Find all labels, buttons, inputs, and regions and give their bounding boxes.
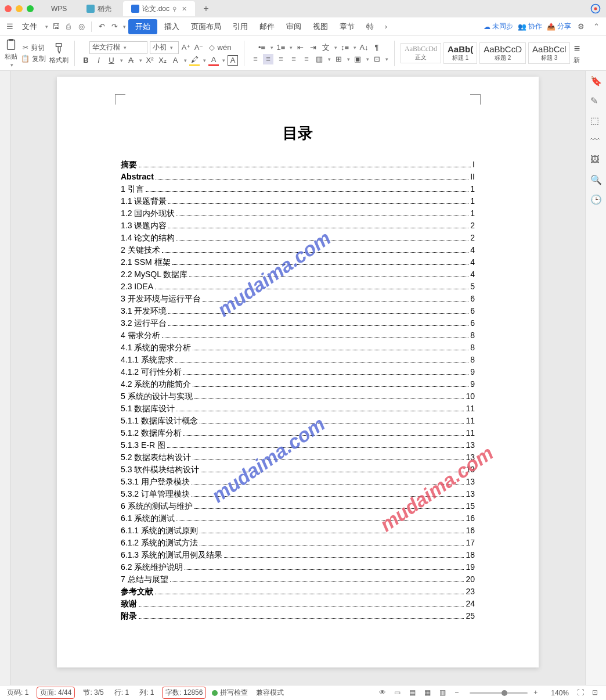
font-name-select[interactable]: 华文行楷▾ [89,41,147,54]
strikethrough-icon[interactable]: A̶ [125,55,136,66]
collab-button[interactable]: 👥 协作 [518,21,542,31]
toc-entry[interactable]: 1.2 国内外现状1 [121,207,475,220]
toc-entry[interactable]: 4 需求分析8 [121,329,475,342]
toc-entry[interactable]: 4.1.1 系统需求8 [121,354,475,366]
sort-icon[interactable]: A↓ [359,42,369,53]
hamburger-icon[interactable]: ☰ [5,21,15,32]
toc-entry[interactable]: 6.2 系统维护说明19 [121,561,475,573]
grow-font-icon[interactable]: A⁺ [181,42,192,53]
eye-icon[interactable]: 👁 [379,688,388,698]
menu-start[interactable]: 开始 [128,19,157,34]
columns-icon[interactable]: ▥ [314,54,324,64]
toc-entry[interactable]: 5.3.2 订单管理模块13 [121,488,475,500]
menu-view[interactable]: 视图 [308,19,333,34]
toc-entry[interactable]: 6.1.2 系统的测试方法17 [121,537,475,549]
tab-daoke[interactable]: 稻壳 [78,1,120,16]
toc-entry[interactable]: 4.1.2 可行性分析9 [121,366,475,378]
sync-status[interactable]: ☁ 未同步 [484,21,513,31]
maximize-window-icon[interactable] [27,5,34,12]
toc-entry[interactable]: 5.1 数据库设计11 [121,403,475,415]
status-compat-mode[interactable]: 兼容模式 [254,687,286,699]
toc-entry[interactable]: 1 引言1 [121,183,475,195]
wps-logo-icon[interactable] [590,3,601,15]
toc-entry[interactable]: 4.2 系统的功能简介9 [121,378,475,390]
copy-button[interactable]: 📋 复制 [21,54,46,64]
status-page[interactable]: 页面: 4/44 [37,687,75,699]
underline-icon[interactable]: U [106,55,117,66]
toc-entry[interactable]: 摘要I [121,159,475,171]
align-left-icon[interactable]: ≡ [250,54,261,64]
increase-indent-icon[interactable]: ⇥ [308,42,318,53]
toc-entry[interactable]: 5.1.1 数据库设计概念11 [121,415,475,427]
status-section[interactable]: 节: 3/5 [81,687,106,699]
subscript-icon[interactable]: X₂ [157,55,168,66]
toc-entry[interactable]: 3.1 开发环境6 [121,305,475,317]
toc-entry[interactable]: 5.3 软件模块结构设计13 [121,464,475,476]
document-scroll[interactable]: 目录 摘要IAbstractII1 引言11.1 课题背景11.2 国内外现状1… [10,71,585,685]
show-marks-icon[interactable]: ¶ [371,42,382,53]
distribute-icon[interactable]: ≡ [301,54,312,64]
outline-view-icon[interactable]: ▥ [439,688,449,698]
shrink-font-icon[interactable]: A⁻ [194,42,204,53]
styles-gallery[interactable]: AaBbCcDd正文 AaBb(标题 1 AaBbCcD标题 2 AaBbCcl… [401,42,570,64]
line-spacing-icon[interactable]: ↕≡ [340,42,350,53]
zoom-slider[interactable] [470,692,528,694]
print-icon[interactable]: ⎙ [63,21,74,32]
status-col[interactable]: 列: 1 [137,687,156,699]
font-color-icon[interactable]: A [208,55,219,66]
toc-entry[interactable]: 致谢24 [121,598,475,610]
tab-document-active[interactable]: 论文.doc ⚲ ✕ [123,1,195,16]
style-body[interactable]: AaBbCcDd正文 [401,43,441,63]
font-size-select[interactable]: 小初▾ [150,41,179,54]
collapse-ribbon-icon[interactable]: ⌃ [591,21,601,32]
side-bookmark-icon[interactable]: 🔖 [590,76,602,87]
menu-ref[interactable]: 引用 [228,19,252,34]
toc-entry[interactable]: 6.1 系统的测试16 [121,512,475,525]
tabs-icon[interactable]: ⊞ [333,54,344,64]
side-select-icon[interactable]: ⬚ [590,115,602,127]
bullet-list-icon[interactable]: •≡ [257,42,267,53]
toc-entry[interactable]: 1.3 课题内容2 [121,220,475,232]
toc-entry[interactable]: 1.4 论文的结构2 [121,232,475,244]
side-image-icon[interactable]: 🖼 [590,155,602,166]
zoom-level[interactable]: 140% [549,688,571,698]
reading-view-icon[interactable]: ▭ [394,688,403,698]
format-painter-button[interactable]: 格式刷 [49,42,68,64]
style-h1[interactable]: AaBb(标题 1 [443,42,477,64]
toc-entry[interactable]: 7 总结与展望20 [121,573,475,586]
toc-entry[interactable]: 附录25 [121,610,475,622]
toc-entry[interactable]: 6 系统的测试与维护15 [121,500,475,512]
print-layout-icon[interactable]: ▤ [409,688,419,698]
side-ocr-icon[interactable]: 🔍 [590,174,602,186]
toc-entry[interactable]: 3 开发环境与运行平台6 [121,293,475,305]
fit-page-icon[interactable]: ⊡ [592,688,601,698]
align-right-icon[interactable]: ≡ [276,54,286,64]
status-spellcheck[interactable]: 拼写检查 [212,688,248,698]
cut-button[interactable]: ✂ 剪切 [23,43,45,53]
status-page-number[interactable]: 页码: 1 [5,687,31,699]
toc-entry[interactable]: 5.1.3 E-R 图13 [121,439,475,451]
style-h3[interactable]: AaBbCcl标题 3 [528,42,570,64]
close-tab-icon[interactable]: ✕ [182,5,187,13]
status-word-count[interactable]: 字数: 12856 [162,687,206,699]
toc-entry[interactable]: 2 关键技术4 [121,244,475,256]
save-icon[interactable]: 🖫 [50,21,61,32]
zoom-in-icon[interactable]: + [533,688,543,698]
menu-special[interactable]: 特 [362,19,378,34]
redo-icon[interactable]: ↷ [109,21,120,32]
toc-entry[interactable]: 1.1 课题背景1 [121,195,475,207]
close-window-icon[interactable] [5,5,12,12]
superscript-icon[interactable]: X² [145,55,155,66]
toc-entry[interactable]: 5.3.1 用户登录模块13 [121,476,475,488]
toc-entry[interactable]: 6.1.1 系统的测试原则16 [121,525,475,537]
toc-entry[interactable]: 6.1.3 系统的测试用例及结果18 [121,549,475,561]
menu-insert[interactable]: 插入 [160,19,184,34]
toc-entry[interactable]: 2.1 SSM 框架4 [121,256,475,268]
document-page[interactable]: 目录 摘要IAbstractII1 引言11.1 课题背景11.2 国内外现状1… [57,77,539,667]
highlight-icon[interactable]: 🖍 [189,55,200,66]
undo-icon[interactable]: ↶ [96,21,107,32]
web-layout-icon[interactable]: ▦ [424,688,434,698]
style-h2[interactable]: AaBbCcD标题 2 [479,42,526,64]
new-tab-button[interactable]: + [199,3,214,14]
number-list-icon[interactable]: 1≡ [276,42,286,53]
